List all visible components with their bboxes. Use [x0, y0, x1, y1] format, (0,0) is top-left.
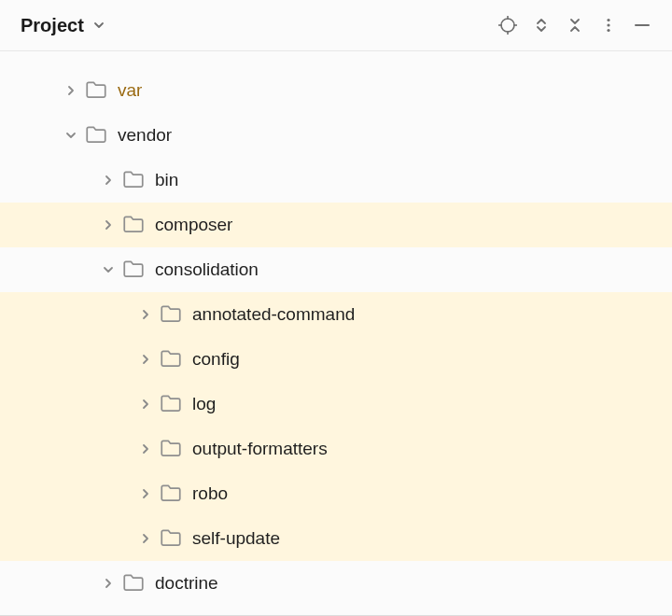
tree-item-bin[interactable]: bin	[0, 158, 672, 203]
folder-icon	[121, 168, 146, 192]
svg-point-6	[607, 23, 609, 26]
hide-panel-button[interactable]	[625, 8, 659, 42]
tree-item-log[interactable]: log	[0, 382, 672, 427]
target-icon	[498, 16, 517, 35]
tree-item-label: doctrine	[155, 573, 218, 594]
project-header: Project	[0, 0, 672, 51]
chevron-right-icon	[139, 353, 152, 366]
expand-toggle[interactable]	[133, 532, 159, 545]
expand-toggle[interactable]	[133, 398, 159, 411]
chevron-right-icon	[102, 577, 115, 590]
svg-point-5	[607, 19, 609, 21]
options-menu-button[interactable]	[592, 8, 625, 42]
project-tree[interactable]: varvendorbincomposerconsolidationannotat…	[0, 51, 672, 606]
tree-item-label: consolidation	[155, 259, 259, 280]
chevron-down-icon	[92, 19, 105, 32]
folder-icon	[159, 526, 183, 551]
chevron-right-icon	[139, 487, 152, 500]
tree-item-output-formatters[interactable]: output-formatters	[0, 427, 672, 471]
expand-toggle[interactable]	[95, 263, 121, 276]
chevron-right-icon	[139, 532, 152, 545]
folder-icon	[84, 78, 108, 103]
view-mode-dropdown[interactable]	[90, 8, 108, 42]
expand-toggle[interactable]	[95, 577, 121, 590]
kebab-icon	[600, 17, 617, 34]
folder-icon	[121, 213, 146, 237]
folder-icon	[121, 258, 146, 282]
project-tool-window: Project	[0, 0, 672, 616]
tree-item-label: bin	[155, 170, 178, 190]
folder-icon	[159, 347, 183, 371]
collapse-all-button[interactable]	[558, 8, 592, 42]
chevron-right-icon	[102, 174, 115, 187]
tree-item-composer[interactable]: composer	[0, 203, 672, 247]
select-opened-file-button[interactable]	[491, 8, 525, 42]
tree-item-label: output-formatters	[192, 439, 328, 459]
chevron-right-icon	[139, 442, 152, 455]
expand-toggle[interactable]	[133, 353, 159, 366]
expand-toggle[interactable]	[133, 442, 159, 455]
collapse-all-icon	[567, 17, 583, 34]
folder-icon	[159, 482, 183, 506]
tree-item-label: annotated-command	[192, 304, 355, 325]
tree-item-doctrine[interactable]: doctrine	[0, 561, 672, 606]
chevron-down-icon	[102, 263, 115, 276]
tree-item-config[interactable]: config	[0, 337, 672, 382]
chevron-right-icon	[139, 308, 152, 321]
tree-item-consolidation[interactable]: consolidation	[0, 247, 672, 292]
svg-point-0	[501, 19, 514, 32]
tree-item-label: self-update	[192, 528, 280, 549]
expand-toggle[interactable]	[58, 129, 84, 142]
expand-toggle[interactable]	[133, 308, 159, 321]
folder-icon	[121, 571, 146, 595]
project-title: Project	[21, 15, 84, 36]
chevron-down-icon	[64, 129, 77, 142]
tree-item-label: robo	[192, 483, 228, 504]
tree-item-self-update[interactable]: self-update	[0, 516, 672, 561]
tree-item-label: log	[192, 394, 216, 414]
tree-item-robo[interactable]: robo	[0, 471, 672, 516]
tree-item-label: composer	[155, 215, 232, 235]
tree-item-vendor[interactable]: vendor	[0, 113, 672, 158]
expand-toggle[interactable]	[133, 487, 159, 500]
chevron-right-icon	[139, 398, 152, 411]
folder-icon	[84, 123, 108, 147]
expand-all-icon	[533, 17, 550, 34]
chevron-right-icon	[64, 84, 77, 97]
chevron-right-icon	[102, 218, 115, 231]
tree-item-label: var	[118, 80, 142, 101]
folder-icon	[159, 302, 183, 327]
folder-icon	[159, 437, 183, 461]
tree-item-label: vendor	[118, 125, 172, 146]
expand-toggle[interactable]	[95, 218, 121, 231]
tree-item-label: config	[192, 349, 240, 370]
tree-item-annotated-command[interactable]: annotated-command	[0, 292, 672, 337]
minimize-icon	[633, 16, 651, 35]
expand-toggle[interactable]	[95, 174, 121, 187]
expand-all-button[interactable]	[525, 8, 558, 42]
tree-item-var[interactable]: var	[0, 68, 672, 113]
svg-point-7	[607, 29, 609, 32]
folder-icon	[159, 392, 183, 416]
expand-toggle[interactable]	[58, 84, 84, 97]
